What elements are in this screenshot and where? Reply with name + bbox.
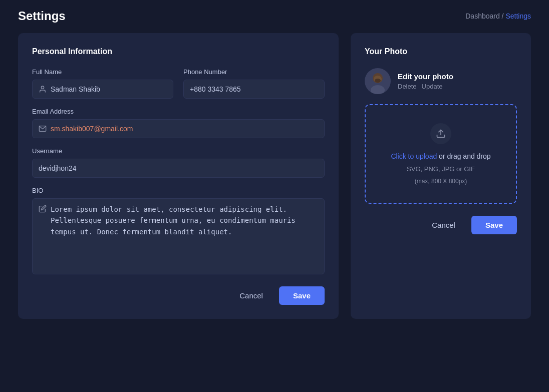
full-name-input-wrap[interactable] — [32, 80, 173, 99]
page-title: Settings — [18, 9, 66, 23]
phone-label: Phone Number — [183, 68, 325, 76]
bio-group: BIO Lorem ipsum dolor sit amet, consecte… — [32, 187, 325, 274]
full-name-group: Full Name — [32, 68, 173, 99]
photo-delete-link[interactable]: Delete — [398, 83, 417, 90]
username-label: Username — [32, 147, 325, 155]
phone-input[interactable] — [183, 80, 325, 99]
personal-info-card: Personal Information Full Name Phone Num… — [18, 33, 339, 319]
email-label: Email Address — [32, 108, 325, 115]
photo-info: Edit your photo Delete Update — [398, 72, 453, 90]
bio-textarea-wrap[interactable]: Lorem ipsum dolor sit amet, consectetur … — [32, 198, 325, 274]
username-group: Username — [32, 147, 325, 178]
upload-icon — [436, 129, 446, 139]
bio-textarea[interactable]: Lorem ipsum dolor sit amet, consectetur … — [51, 204, 318, 269]
upload-max: (max, 800 X 800px) — [415, 178, 467, 185]
svg-point-0 — [41, 86, 44, 89]
photo-header: Edit your photo Delete Update — [365, 68, 517, 94]
main-content: Personal Information Full Name Phone Num… — [0, 28, 549, 334]
edit-icon — [39, 205, 47, 213]
cancel-button[interactable]: Cancel — [230, 287, 272, 304]
header: Settings Dashboard / Settings — [0, 0, 549, 28]
upload-click-label[interactable]: Click to upload — [391, 152, 437, 160]
full-name-label: Full Name — [32, 68, 173, 76]
username-input[interactable] — [32, 159, 325, 178]
personal-info-title: Personal Information — [32, 47, 325, 56]
breadcrumb-dashboard: Dashboard / — [465, 12, 503, 20]
svg-point-6 — [375, 79, 381, 83]
upload-or-text: or drag and drop — [437, 152, 490, 160]
upload-zone[interactable]: Click to upload or drag and drop SVG, PN… — [365, 104, 517, 204]
bio-label: BIO — [32, 187, 325, 194]
photo-update-link[interactable]: Update — [422, 83, 443, 90]
name-phone-row: Full Name Phone Number — [32, 68, 325, 99]
form-buttons: Cancel Save — [32, 286, 325, 305]
photo-edit-label: Edit your photo — [398, 72, 453, 81]
mail-icon — [39, 125, 47, 133]
photo-card: Your Photo Edit your photo — [351, 33, 531, 319]
photo-save-button[interactable]: Save — [471, 216, 517, 234]
avatar — [365, 68, 391, 94]
upload-icon-wrap — [430, 123, 451, 144]
email-input[interactable] — [51, 125, 318, 133]
photo-action-links: Delete Update — [398, 83, 453, 90]
upload-text: Click to upload or drag and drop — [391, 152, 490, 160]
photo-buttons: Cancel Save — [365, 216, 517, 234]
breadcrumb: Dashboard / Settings — [465, 12, 531, 20]
phone-group: Phone Number — [183, 68, 325, 99]
breadcrumb-settings: Settings — [505, 12, 531, 20]
email-input-wrap[interactable] — [32, 119, 325, 138]
photo-cancel-button[interactable]: Cancel — [423, 217, 464, 233]
user-icon — [39, 85, 47, 93]
email-group: Email Address — [32, 108, 325, 138]
full-name-input[interactable] — [51, 85, 167, 93]
photo-section-title: Your Photo — [365, 47, 517, 56]
save-button[interactable]: Save — [279, 286, 325, 305]
upload-formats: SVG, PNG, JPG or GIF — [407, 165, 475, 173]
